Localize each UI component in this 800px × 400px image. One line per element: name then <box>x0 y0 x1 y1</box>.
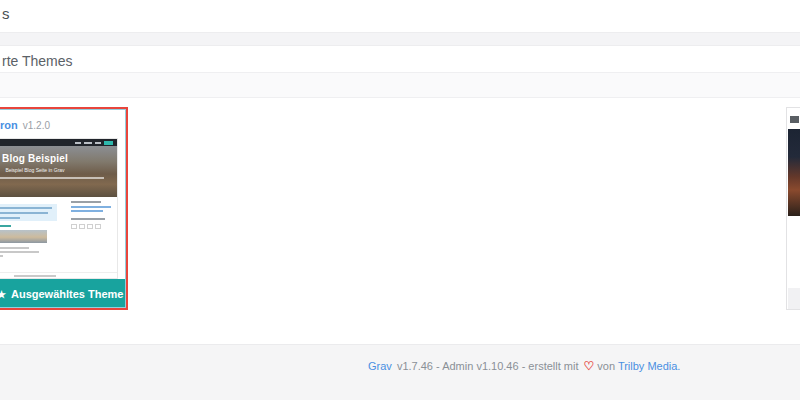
selected-theme-button-label: Ausgewähltes Theme <box>11 288 123 300</box>
heart-icon: ♡ <box>584 359 595 373</box>
section-heading-installed-themes: rte Themes <box>2 53 73 69</box>
preview-sidebar-link-placeholder <box>71 206 111 208</box>
theme-preview-image: Blog Beispiel Beispiel Blog Seite in Gra… <box>0 138 118 279</box>
preview-footer-text-placeholder <box>14 275 56 277</box>
admin-footer: Grav v1.7.46 - Admin v1.10.46 - erstellt… <box>0 344 800 400</box>
grav-link[interactable]: Grav <box>368 360 392 372</box>
next-theme-title-fragment <box>790 116 799 123</box>
footer-version-text: v1.7.46 - Admin v1.10.46 - erstellt mit <box>397 360 579 372</box>
preview-blog-content <box>0 197 117 272</box>
footer-credits: Grav v1.7.46 - Admin v1.10.46 - erstellt… <box>368 359 680 373</box>
divider-band-top <box>0 32 800 46</box>
preview-link-placeholder <box>0 225 11 227</box>
preview-hero: Blog Beispiel Beispiel Blog Seite in Gra… <box>0 146 117 197</box>
preview-menu-placeholder <box>95 142 101 144</box>
preview-post-thumbnail <box>0 230 47 243</box>
preview-text-placeholder <box>0 217 20 219</box>
preview-text-placeholder <box>0 251 39 253</box>
next-theme-card-footer <box>788 288 800 309</box>
preview-sidebar-link-placeholder <box>71 210 103 212</box>
preview-menu-placeholder <box>84 142 92 144</box>
preview-info-box <box>0 204 57 221</box>
preview-sidebar-heading-placeholder <box>71 218 105 220</box>
preview-text-placeholder <box>0 207 52 209</box>
preview-pagination-placeholder <box>87 224 93 229</box>
divider-band-below-heading <box>0 72 800 98</box>
preview-text-placeholder <box>0 247 29 249</box>
theme-title-row: ronv1.2.0 <box>0 119 50 131</box>
preview-pagination-placeholder <box>71 224 77 229</box>
preview-footer <box>0 272 117 279</box>
theme-version: v1.2.0 <box>23 120 50 131</box>
page-title: s <box>2 5 10 22</box>
selected-theme-card[interactable]: ronv1.2.0 Blog Beispiel Beispiel Blog Se… <box>0 107 128 310</box>
preview-hero-text-placeholder <box>0 177 104 179</box>
preview-menu-placeholder <box>75 142 81 144</box>
preview-navbar <box>0 139 117 146</box>
selected-theme-button[interactable]: ★Ausgewähltes Theme <box>0 279 125 307</box>
preview-text-placeholder <box>0 255 3 257</box>
preview-nav-button-placeholder <box>104 141 113 145</box>
preview-pagination-placeholder <box>95 224 101 229</box>
next-theme-preview-image <box>788 129 800 216</box>
preview-hero-title: Blog Beispiel <box>0 146 117 164</box>
preview-text-placeholder <box>0 212 48 214</box>
star-icon: ★ <box>0 289 6 300</box>
preview-sidebar-heading-placeholder <box>71 201 101 203</box>
trilby-media-link[interactable]: Trilby Media. <box>618 360 681 372</box>
footer-von-text: von <box>597 360 615 372</box>
theme-name-link[interactable]: ron <box>0 119 18 131</box>
preview-pagination-placeholder <box>79 224 85 229</box>
next-theme-card[interactable] <box>786 107 800 310</box>
preview-hero-subtitle: Beispiel Blog Seite in Grav <box>0 167 117 173</box>
